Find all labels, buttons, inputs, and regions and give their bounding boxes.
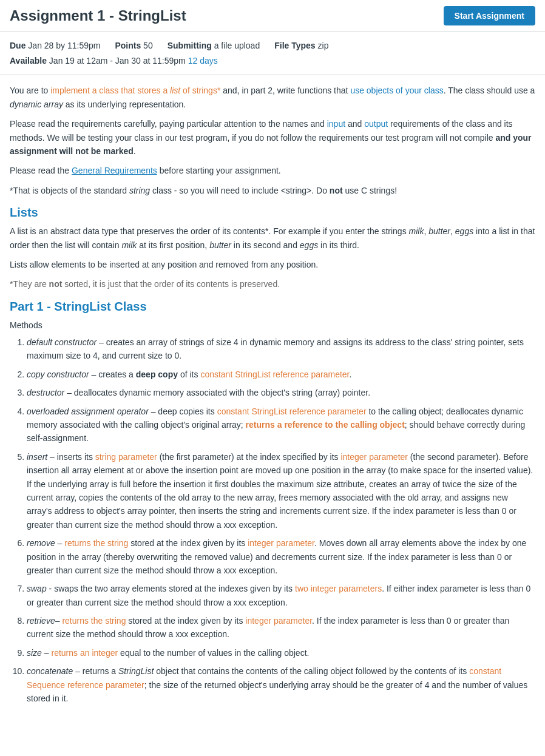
methods-list: default constructor – creates an array o…: [10, 336, 535, 705]
list-item-7: swap - swaps the two array elements stor…: [27, 582, 535, 609]
meta-row-2: Available Jan 19 at 12am - Jan 30 at 11:…: [10, 53, 535, 69]
start-assignment-button[interactable]: Start Assignment: [444, 6, 535, 25]
available-info: Available Jan 19 at 12am - Jan 30 at 11:…: [10, 53, 218, 69]
due-label: Due Jan 28 by 11:59pm: [10, 38, 100, 53]
page-title: Assignment 1 - StringList: [10, 7, 186, 24]
intro-para4: *That is objects of the standard string …: [10, 184, 535, 197]
list-item-10: concatenate – returns a StringList objec…: [27, 664, 535, 705]
page-header: Assignment 1 - StringList Start Assignme…: [0, 0, 545, 32]
lists-heading: Lists: [10, 206, 535, 220]
points-info: Points 50: [115, 38, 152, 53]
lists-para1: A list is an abstract data type that pre…: [10, 224, 535, 252]
meta-row-1: Due Jan 28 by 11:59pm Points 50 Submitti…: [10, 38, 535, 53]
submitting-info: Submitting a file upload: [168, 38, 260, 53]
intro-para2: Please read the requirements carefully, …: [10, 117, 535, 158]
general-requirements-link[interactable]: General Requirements: [72, 166, 157, 175]
list-item-8: retrieve– returns the string stored at t…: [27, 614, 535, 641]
list-item-2: copy constructor – creates a deep copy o…: [27, 368, 535, 381]
list-item-3: destructor – deallocates dynamic memory …: [27, 386, 535, 399]
list-item-4: overloaded assignment operator – deep co…: [27, 405, 535, 445]
list-item-5: insert – inserts its string parameter (t…: [27, 450, 535, 532]
part1-heading: Part 1 - StringList Class: [10, 300, 535, 314]
intro-para1: You are to implement a class that stores…: [10, 84, 535, 111]
methods-label: Methods: [10, 319, 535, 332]
lists-footnote: *They are not sorted, it is just that th…: [10, 277, 535, 291]
intro-para3: Please read the General Requirements bef…: [10, 164, 535, 177]
list-item-1: default constructor – creates an array o…: [27, 336, 535, 363]
lists-para2: Lists allow elements to be inserted at a…: [10, 258, 535, 271]
list-item-9: size – returns an integer equal to the n…: [27, 646, 535, 660]
file-types-info: File Types zip: [274, 38, 328, 53]
meta-info: Due Jan 28 by 11:59pm Points 50 Submitti…: [0, 32, 545, 75]
list-item-6: remove – returns the string stored at th…: [27, 536, 535, 577]
main-content: You are to implement a class that stores…: [0, 75, 545, 720]
